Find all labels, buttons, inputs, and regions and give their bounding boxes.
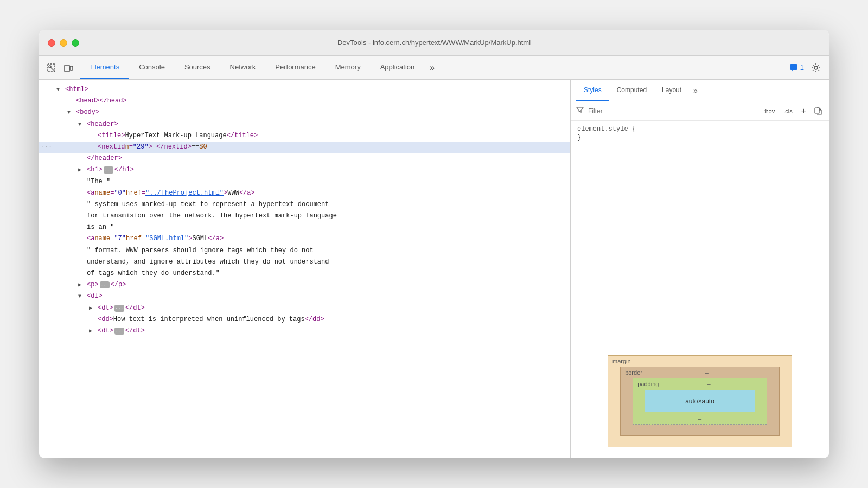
padding-val-top: – (707, 381, 710, 387)
padding-box: padding – – – (633, 378, 767, 425)
styles-panel: Styles Computed Layout » :hov .cls + (571, 80, 829, 458)
dom-line-text4: " format. WWW parsers should ignore tags… (39, 245, 570, 256)
cls-button[interactable]: .cls (781, 107, 795, 115)
dom-line-body[interactable]: <body> (39, 107, 570, 118)
triangle-dt1[interactable] (89, 304, 98, 313)
dom-line-dd1[interactable]: <dd> How text is interpreted when uninfl… (39, 314, 570, 325)
inspect-element-icon[interactable] (43, 60, 59, 75)
tab-computed[interactable]: Computed (609, 80, 654, 101)
tab-more-icon[interactable]: » (424, 56, 440, 79)
toolbar-icons (39, 56, 80, 79)
titlebar: DevTools - info.cern.ch/hypertext/WWW/Ma… (39, 30, 829, 56)
collapsed-dots-dt2: ··· (114, 328, 124, 335)
box-model-diagram: margin – – – border (608, 355, 792, 447)
border-val-bottom: – (698, 427, 701, 433)
styles-filter-input[interactable] (588, 107, 757, 115)
border-label: border (625, 369, 642, 376)
margin-val-right: – (784, 398, 787, 404)
filter-icon (576, 106, 584, 115)
triangle-header[interactable] (78, 120, 87, 129)
border-box: border – – – (620, 367, 780, 436)
triangle-dl[interactable] (78, 292, 87, 301)
padding-val-bottom: – (698, 415, 701, 422)
triangle-body[interactable] (67, 108, 76, 117)
tab-application[interactable]: Application (371, 56, 425, 79)
triangle-dt2[interactable] (89, 327, 98, 336)
minimize-button[interactable] (60, 39, 67, 47)
triangle-html[interactable] (56, 86, 65, 94)
device-toolbar-icon[interactable] (61, 60, 76, 75)
dom-line-dt1[interactable]: <dt>···</dt> (39, 303, 570, 314)
box-model-container: margin – – – border (577, 351, 822, 452)
dom-line-dt2[interactable]: <dt>···</dt> (39, 325, 570, 337)
content-value: auto×auto (685, 397, 714, 405)
dom-line-a-sgml[interactable]: <a name="7" href="SGML.html">SGML</a> (39, 233, 570, 245)
tab-console[interactable]: Console (129, 56, 175, 79)
main-content: <html> <head></head> <body> <header> <ti… (39, 80, 829, 458)
dom-line-text2: for transmision over the network. The hy… (39, 210, 570, 222)
collapsed-dots-p: ··· (100, 281, 110, 288)
link-sgml[interactable]: "SGML.html" (145, 234, 188, 244)
triangle-h1[interactable] (78, 166, 87, 175)
margin-val-left: – (612, 398, 616, 404)
style-tabs: Styles Computed Layout » (571, 80, 829, 101)
link-theproject[interactable]: "../TheProject.html" (145, 188, 224, 198)
tab-sources[interactable]: Sources (175, 56, 220, 79)
content-box: auto×auto (645, 390, 754, 412)
margin-box: margin – – – border (608, 355, 792, 447)
dom-line-nextid[interactable]: ··· <nextid n="29"> </nextid> == $0 (39, 142, 570, 153)
border-val-top: – (705, 369, 709, 376)
triangle-p[interactable] (78, 281, 87, 290)
dom-line-p[interactable]: <p>···</p> (39, 279, 570, 291)
fullscreen-button[interactable] (72, 39, 79, 47)
dom-line-a-www[interactable]: <a name="0" href="../TheProject.html">WW… (39, 188, 570, 199)
dom-line-head[interactable]: <head></head> (39, 95, 570, 107)
svg-rect-2 (65, 65, 69, 72)
dom-line-title[interactable]: <title>HyperText Mark-up Language</title… (39, 130, 570, 142)
tab-styles[interactable]: Styles (576, 80, 609, 101)
dom-tree[interactable]: <html> <head></head> <body> <header> <ti… (39, 80, 570, 458)
styles-content: element.style { } (571, 121, 829, 344)
padding-val-left: – (637, 398, 641, 404)
dom-line-close-header[interactable]: </header> (39, 153, 570, 164)
comment-count: 1 (800, 63, 804, 72)
tab-network[interactable]: Network (220, 56, 266, 79)
svg-point-5 (814, 66, 818, 69)
dom-line-html[interactable]: <html> (39, 84, 570, 95)
margin-label: margin (612, 358, 631, 364)
border-val-right: – (771, 398, 775, 404)
devtools-window: DevTools - info.cern.ch/hypertext/WWW/Ma… (39, 30, 829, 458)
svg-rect-4 (790, 64, 797, 70)
tab-performance[interactable]: Performance (265, 56, 325, 79)
style-tab-more[interactable]: » (689, 80, 702, 101)
tab-memory[interactable]: Memory (326, 56, 371, 79)
margin-val-bottom: – (698, 438, 701, 445)
hov-button[interactable]: :hov (761, 107, 777, 115)
dom-line-dl[interactable]: <dl> (39, 291, 570, 302)
settings-icon[interactable] (808, 60, 824, 75)
dots-indicator: ··· (41, 143, 52, 152)
svg-rect-6 (815, 108, 819, 113)
padding-val-right: – (759, 398, 762, 404)
dom-line-header[interactable]: <header> (39, 119, 570, 130)
tab-layout[interactable]: Layout (654, 80, 689, 101)
tab-elements[interactable]: Elements (80, 56, 129, 79)
add-style-rule-button[interactable]: + (799, 106, 808, 116)
new-style-file-button[interactable] (813, 106, 824, 117)
collapsed-dots-h1: ··· (104, 166, 113, 174)
border-val-left: – (625, 398, 628, 404)
dom-line-text3: is an " (39, 222, 570, 233)
styles-toolbar: :hov .cls + (571, 101, 829, 121)
padding-label: padding (637, 381, 659, 387)
rule-closing: } (577, 134, 822, 142)
main-toolbar: Elements Console Sources Network Perform… (39, 56, 829, 80)
dom-line-h1[interactable]: <h1>···</h1> (39, 164, 570, 176)
dom-line-text6: of tags which they do understand." (39, 268, 570, 279)
rule-selector: element.style { (577, 125, 822, 133)
dom-line-text-the[interactable]: "The " (39, 176, 570, 188)
close-button[interactable] (48, 39, 55, 47)
margin-val-top: – (706, 358, 709, 364)
dom-line-text5: understand, and ignore attributes which … (39, 256, 570, 268)
dom-line-text1: " system uses marked-up text to represen… (39, 199, 570, 210)
comments-button[interactable]: 1 (789, 63, 804, 72)
